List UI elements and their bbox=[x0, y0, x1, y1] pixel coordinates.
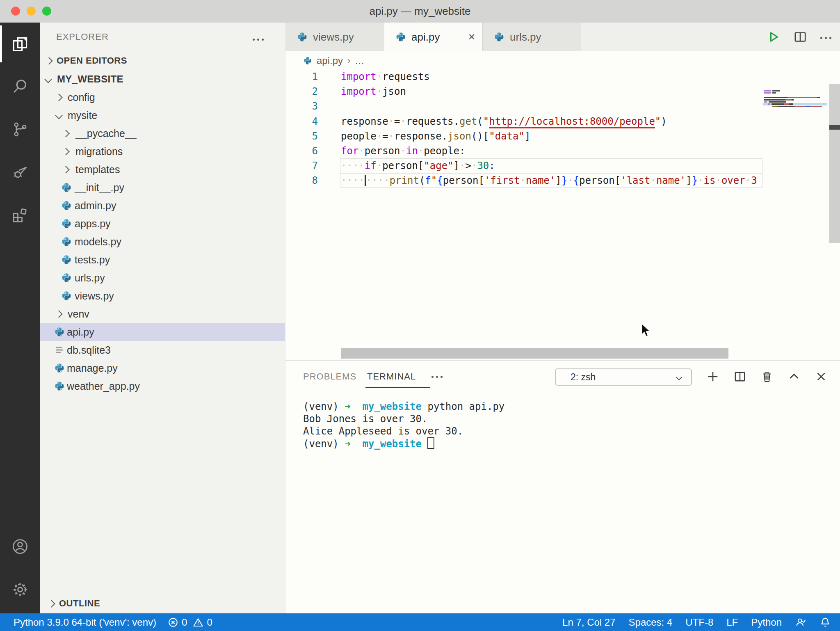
activitybar-run-debug[interactable] bbox=[0, 151, 40, 193]
status-language-mode[interactable]: Python bbox=[751, 617, 782, 628]
split-terminal-button[interactable] bbox=[734, 370, 746, 383]
python-icon bbox=[61, 236, 72, 247]
terminal-line: Bob Jones is over 30. bbox=[303, 413, 504, 425]
tree-item-tests-py[interactable]: tests.py bbox=[40, 251, 285, 269]
tab-label: api.py bbox=[411, 31, 440, 43]
bottom-panel: PROBLEMS TERMINAL 2: zsh (venv) ➜ bbox=[285, 360, 840, 614]
tree-item-label: db.sqlite3 bbox=[67, 344, 111, 356]
activity-bar bbox=[0, 23, 40, 613]
terminal-shell-dropdown[interactable]: 2: zsh bbox=[555, 368, 692, 386]
tree-item--pycache-[interactable]: __pycache__ bbox=[40, 124, 285, 142]
vertical-scrollbar[interactable] bbox=[829, 51, 840, 360]
python-icon bbox=[61, 218, 72, 229]
tree-item-label: __init__.py bbox=[75, 182, 124, 194]
tree-item-label: manage.py bbox=[67, 362, 118, 374]
database-file-icon bbox=[55, 345, 64, 355]
python-icon bbox=[61, 272, 72, 283]
python-icon bbox=[493, 31, 505, 43]
run-python-file-button[interactable] bbox=[768, 31, 780, 43]
status-indentation[interactable]: Spaces: 4 bbox=[629, 617, 673, 628]
minimap-line bbox=[764, 101, 786, 103]
activitybar-explorer[interactable] bbox=[0, 23, 40, 65]
tree-item-manage-py[interactable]: manage.py bbox=[40, 359, 285, 377]
tree-item-admin-py[interactable]: admin.py bbox=[40, 197, 285, 215]
tree-item--init-py[interactable]: __init__.py bbox=[40, 178, 285, 197]
python-interpreter-status[interactable]: Python 3.9.0 64-bit ('venv': venv) bbox=[14, 617, 156, 628]
tree-item-venv[interactable]: venv bbox=[40, 305, 285, 323]
tree-item-label: tests.py bbox=[75, 254, 110, 266]
status-encoding[interactable]: UTF-8 bbox=[685, 617, 713, 628]
python-icon bbox=[303, 56, 312, 65]
code-editor[interactable]: import·requestsimport·jsonresponse·=·req… bbox=[341, 69, 762, 188]
sidebar-more-actions-button[interactable] bbox=[253, 35, 264, 42]
file-icon bbox=[54, 380, 65, 392]
python-icon bbox=[61, 290, 72, 301]
tree-item-mysite[interactable]: mysite bbox=[40, 106, 285, 124]
python-icon bbox=[297, 31, 308, 43]
tree-item-urls-py[interactable]: urls.py bbox=[40, 269, 285, 287]
breadcrumb: api.py › … bbox=[285, 51, 840, 70]
breadcrumb-more[interactable]: … bbox=[355, 55, 365, 66]
activitybar-search[interactable] bbox=[0, 65, 40, 108]
python-icon bbox=[61, 182, 72, 193]
horizontal-scrollbar-thumb[interactable] bbox=[341, 348, 728, 359]
code-line-7: ····if·person["age"]·>·30: bbox=[341, 158, 762, 173]
code-line-8: ········print(f"{person['first·name']}·{… bbox=[341, 173, 762, 188]
tree-item-label: api.py bbox=[67, 326, 94, 338]
code-line-4: response·=·requests.get("http://localhos… bbox=[341, 114, 762, 129]
tree-item-models-py[interactable]: models.py bbox=[40, 233, 285, 251]
breadcrumb-file[interactable]: api.py bbox=[317, 55, 343, 66]
error-icon bbox=[168, 617, 178, 628]
vertical-scrollbar-thumb[interactable] bbox=[829, 84, 840, 243]
tree-item-views-py[interactable]: views.py bbox=[40, 287, 285, 305]
outline-label: OUTLINE bbox=[59, 598, 100, 609]
python-icon bbox=[54, 381, 65, 391]
python-icon bbox=[395, 32, 406, 42]
minimap[interactable] bbox=[764, 65, 826, 358]
status-cursor-position[interactable]: Ln 7, Col 27 bbox=[562, 617, 615, 628]
warning-icon bbox=[193, 617, 203, 628]
tab-views-py[interactable]: views.py bbox=[286, 23, 384, 51]
window-title: api.py — my_website bbox=[0, 0, 840, 23]
tree-root-my-website[interactable]: MY_WEBSITE bbox=[40, 70, 285, 88]
terminal-line: (venv) ➜ my_website bbox=[303, 437, 504, 450]
file-icon bbox=[61, 290, 72, 302]
feedback-icon[interactable] bbox=[795, 617, 806, 628]
outline-section[interactable]: OUTLINE bbox=[40, 594, 285, 613]
status-eol[interactable]: LF bbox=[726, 617, 738, 628]
file-icon bbox=[61, 218, 72, 229]
tree-item-db-sqlite3[interactable]: db.sqlite3 bbox=[40, 341, 285, 359]
tab-urls-py[interactable]: urls.py bbox=[483, 23, 581, 51]
panel-more-tabs-button[interactable] bbox=[431, 361, 443, 393]
chevron-down-icon bbox=[676, 374, 682, 380]
tree-item-config[interactable]: config bbox=[40, 88, 285, 106]
activitybar-settings[interactable] bbox=[0, 568, 40, 611]
minimap-line bbox=[764, 97, 820, 98]
terminal-output[interactable]: (venv) ➜ my_website python api.pyBob Jon… bbox=[303, 400, 504, 450]
split-editor-button[interactable] bbox=[794, 31, 806, 43]
tab-api-py[interactable]: api.py× bbox=[384, 23, 483, 51]
more-actions-button[interactable] bbox=[820, 33, 831, 41]
tree-item-migrations[interactable]: migrations bbox=[40, 142, 285, 160]
tree-item-label: admin.py bbox=[75, 200, 116, 212]
kill-terminal-button[interactable] bbox=[761, 370, 773, 383]
close-panel-button[interactable] bbox=[815, 370, 827, 383]
file-icon bbox=[61, 236, 72, 247]
new-terminal-button[interactable] bbox=[707, 370, 719, 383]
notifications-bell-icon[interactable] bbox=[819, 617, 831, 628]
title-bar: api.py — my_website bbox=[0, 0, 840, 23]
tree-item-weather-app-py[interactable]: weather_app.py bbox=[40, 377, 285, 395]
chevron-right-icon bbox=[45, 57, 52, 64]
activitybar-account[interactable] bbox=[0, 525, 40, 568]
activitybar-extensions[interactable] bbox=[0, 193, 40, 236]
tab-problems[interactable]: PROBLEMS bbox=[303, 361, 356, 393]
tree-item-api-py[interactable]: api.py bbox=[40, 323, 285, 341]
tree-item-apps-py[interactable]: apps.py bbox=[40, 215, 285, 233]
tree-item-templates[interactable]: templates bbox=[40, 160, 285, 178]
activitybar-source-control[interactable] bbox=[0, 108, 40, 151]
open-editors-section[interactable]: OPEN EDITORS bbox=[40, 52, 285, 70]
file-icon bbox=[54, 362, 65, 374]
maximize-panel-button[interactable] bbox=[788, 370, 800, 383]
problems-status[interactable]: 0 0 bbox=[168, 617, 212, 628]
close-tab-button[interactable]: × bbox=[468, 31, 475, 43]
